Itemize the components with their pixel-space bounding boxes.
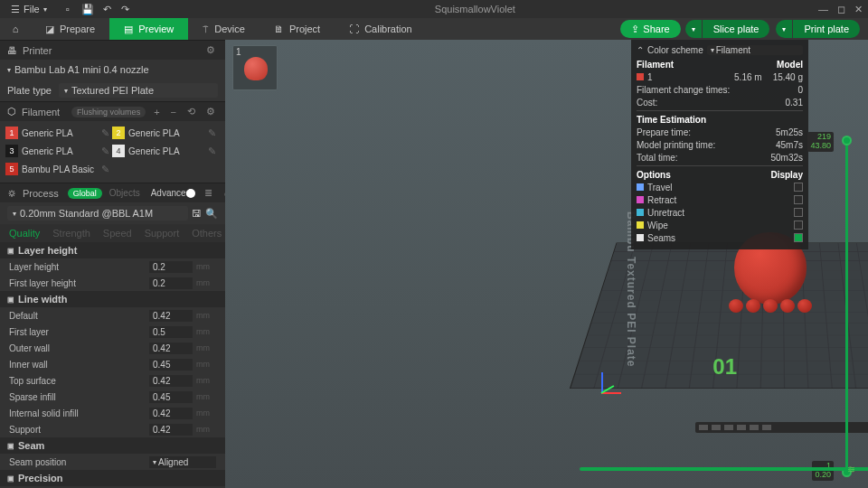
- edit-icon[interactable]: ✎: [101, 164, 112, 175]
- new-file-icon[interactable]: ▫: [61, 3, 74, 15]
- edit-icon[interactable]: ✎: [101, 127, 112, 139]
- filament-name: Generic PLA: [22, 146, 98, 156]
- filament-slot[interactable]: 3Generic PLA✎: [5, 145, 112, 157]
- param-value[interactable]: 0.45: [149, 391, 193, 403]
- flushing-volumes-button[interactable]: Flushing volumes: [71, 107, 146, 117]
- preset-name: 0.20mm Standard @BBL A1M: [20, 208, 153, 219]
- plate-thumbnail[interactable]: 1: [232, 45, 278, 90]
- undo-icon[interactable]: ↶: [101, 3, 114, 15]
- save-preset-icon[interactable]: 🖫: [192, 208, 202, 219]
- param-name: Inner wall: [9, 360, 149, 370]
- param-unit: mm: [193, 262, 216, 271]
- filament-slot[interactable]: 4Generic PLA✎: [112, 145, 219, 157]
- slice-info-panel: ⌃ Color scheme ▾ Filament FilamentModel …: [631, 40, 808, 249]
- option-checkbox[interactable]: [794, 233, 803, 242]
- gear-icon[interactable]: ⚙: [203, 44, 218, 56]
- param-value[interactable]: 0.42: [149, 375, 193, 387]
- redo-icon[interactable]: ↷: [119, 3, 132, 15]
- param-value[interactable]: 0.42: [149, 424, 193, 436]
- filament-icon: ⬡: [7, 106, 16, 117]
- tab-support[interactable]: Support: [145, 228, 180, 239]
- file-menu[interactable]: ☰ File ▾: [5, 4, 52, 15]
- tab-device[interactable]: ⍑ Device: [188, 18, 259, 40]
- sync-icon[interactable]: ⟲: [184, 106, 198, 117]
- mpt-value: 45m7s: [776, 140, 803, 150]
- move-slider-horizontal[interactable]: 74: [580, 463, 868, 475]
- home-button[interactable]: ⌂: [0, 23, 31, 34]
- option-checkbox[interactable]: [794, 221, 803, 230]
- layer-view-icon[interactable]: ≋: [847, 464, 855, 475]
- edit-icon[interactable]: ✎: [208, 127, 219, 139]
- param-unit: mm: [193, 327, 216, 336]
- process-global-badge[interactable]: Global: [68, 188, 102, 199]
- filament-section-head[interactable]: ⬡ Filament Flushing volumes + − ⟲ ⚙: [0, 101, 225, 121]
- option-checkbox[interactable]: [794, 208, 803, 217]
- info-model-header: Model: [777, 60, 803, 70]
- param-value[interactable]: 0.42: [149, 408, 193, 419]
- option-checkbox[interactable]: [794, 195, 803, 204]
- search-icon[interactable]: 🔍: [205, 208, 218, 220]
- option-checkbox[interactable]: [794, 183, 803, 192]
- param-group-head[interactable]: ▣Precision: [0, 470, 225, 486]
- tab-quality[interactable]: Quality: [9, 228, 40, 239]
- share-button[interactable]: ⇪ Share: [620, 20, 680, 38]
- edit-icon[interactable]: ✎: [208, 145, 219, 157]
- param-row: Internal solid infill0.42mm: [0, 405, 225, 421]
- tab-project[interactable]: 🗎 Project: [259, 18, 335, 40]
- slice-dropdown[interactable]: ▾: [685, 20, 702, 38]
- compare-icon[interactable]: ≣: [202, 187, 215, 199]
- layer-slider-top-knob[interactable]: [842, 136, 852, 145]
- tab-calibration[interactable]: ⛶ Calibration: [335, 18, 427, 40]
- save-icon[interactable]: 💾: [81, 3, 94, 15]
- gear-icon[interactable]: ⚙: [203, 106, 218, 117]
- tab-prepare[interactable]: ◪ Prepare: [31, 18, 109, 40]
- preset-select[interactable]: ▾ 0.20mm Standard @BBL A1M: [7, 206, 188, 221]
- printer-section-head[interactable]: 🖶 Printer ⚙: [0, 40, 225, 60]
- param-value[interactable]: 0.42: [149, 343, 193, 354]
- window-title: SquismallowViolet: [132, 4, 818, 14]
- chevron-down-icon: ▾: [13, 210, 16, 218]
- param-group-head[interactable]: ▣Line width: [0, 291, 225, 307]
- plate-type-select[interactable]: ▾ Textured PEI Plate: [59, 83, 218, 98]
- viewport-3d[interactable]: 1 Bambu Textured PEI Plate 01 ⌃ Color sc…: [225, 40, 868, 488]
- param-value[interactable]: 0.2: [149, 261, 193, 273]
- tab-others[interactable]: Others: [192, 228, 222, 239]
- prep-value: 5m25s: [776, 127, 803, 137]
- print-dropdown[interactable]: ▾: [776, 20, 792, 38]
- remove-filament-icon[interactable]: −: [168, 107, 179, 117]
- layer-slider-vertical[interactable]: 21943.80 10.20: [837, 139, 855, 474]
- advanced-label: Advanced: [151, 188, 191, 198]
- slice-button[interactable]: Slice plate: [703, 20, 770, 38]
- param-value[interactable]: 0.45: [149, 359, 193, 371]
- param-group-head[interactable]: ▣Seam: [0, 437, 225, 454]
- param-unit: mm: [193, 343, 216, 352]
- edit-icon[interactable]: ✎: [101, 145, 112, 157]
- filament-slot[interactable]: 1Generic PLA✎: [5, 127, 112, 139]
- color-scheme-select[interactable]: ▾ Filament: [707, 45, 803, 55]
- param-value[interactable]: 0.2: [149, 277, 193, 289]
- minimize-icon[interactable]: —: [818, 4, 828, 15]
- close-icon[interactable]: ✕: [854, 4, 863, 15]
- param-value[interactable]: 0.42: [149, 310, 193, 322]
- process-objects-label[interactable]: Objects: [109, 188, 140, 198]
- display-option-row: Seams: [637, 231, 803, 244]
- print-button[interactable]: Print plate: [793, 20, 860, 38]
- param-unit: mm: [193, 392, 216, 401]
- maximize-icon[interactable]: ◻: [837, 4, 845, 15]
- param-group-head[interactable]: ▣Layer height: [0, 242, 225, 258]
- filament-slot[interactable]: 5Bambu PLA Basic✎: [5, 163, 112, 175]
- tab-speed[interactable]: Speed: [103, 228, 132, 239]
- params-list[interactable]: ▣Layer heightLayer height0.2mmFirst laye…: [0, 242, 225, 488]
- printer-select[interactable]: ▾ Bambu Lab A1 mini 0.4 nozzle: [0, 60, 225, 80]
- param-value[interactable]: 0.5: [149, 326, 193, 338]
- tab-preview[interactable]: ▤ Preview: [109, 18, 188, 40]
- fil-id: 1: [647, 72, 731, 82]
- filament-slot[interactable]: 2Generic PLA✎: [112, 127, 219, 139]
- color-scheme-value: Filament: [716, 45, 750, 55]
- process-section-head[interactable]: ⛭ Process Global Objects Advanced ≣ ⤢: [0, 183, 225, 202]
- param-dropdown[interactable]: ▾ Aligned: [149, 456, 216, 468]
- tab-strength[interactable]: Strength: [52, 228, 90, 239]
- add-filament-icon[interactable]: +: [151, 107, 162, 117]
- cube-icon: ◪: [45, 23, 54, 35]
- collapse-icon[interactable]: ⌃: [637, 45, 644, 55]
